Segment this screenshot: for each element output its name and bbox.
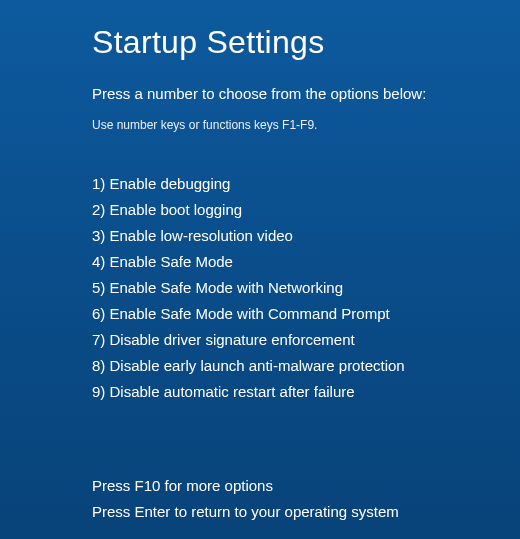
- option-enable-safe-mode-networking[interactable]: 5) Enable Safe Mode with Networking: [92, 276, 520, 300]
- option-label: Disable early launch anti-malware protec…: [110, 357, 405, 374]
- return-hint: Press Enter to return to your operating …: [92, 500, 520, 524]
- option-disable-automatic-restart[interactable]: 9) Disable automatic restart after failu…: [92, 380, 520, 404]
- option-number: 5): [92, 279, 105, 296]
- boot-options-list: 1) Enable debugging 2) Enable boot loggi…: [92, 172, 520, 404]
- option-label: Disable automatic restart after failure: [110, 383, 355, 400]
- option-disable-early-launch-anti-malware[interactable]: 8) Disable early launch anti-malware pro…: [92, 354, 520, 378]
- option-label: Enable debugging: [110, 175, 231, 192]
- option-label: Disable driver signature enforcement: [110, 331, 355, 348]
- option-disable-driver-signature-enforcement[interactable]: 7) Disable driver signature enforcement: [92, 328, 520, 352]
- option-number: 9): [92, 383, 105, 400]
- option-number: 4): [92, 253, 105, 270]
- option-label: Enable Safe Mode with Command Prompt: [110, 305, 390, 322]
- option-enable-boot-logging[interactable]: 2) Enable boot logging: [92, 198, 520, 222]
- option-enable-low-resolution-video[interactable]: 3) Enable low-resolution video: [92, 224, 520, 248]
- instruction-text: Press a number to choose from the option…: [92, 85, 520, 102]
- option-label: Enable Safe Mode with Networking: [110, 279, 343, 296]
- option-number: 6): [92, 305, 105, 322]
- option-enable-debugging[interactable]: 1) Enable debugging: [92, 172, 520, 196]
- keys-hint: Use number keys or functions keys F1-F9.: [92, 118, 520, 132]
- more-options-hint: Press F10 for more options: [92, 474, 520, 498]
- option-number: 1): [92, 175, 105, 192]
- option-enable-safe-mode[interactable]: 4) Enable Safe Mode: [92, 250, 520, 274]
- page-title: Startup Settings: [92, 24, 520, 61]
- option-label: Enable Safe Mode: [110, 253, 233, 270]
- option-number: 8): [92, 357, 105, 374]
- option-label: Enable boot logging: [110, 201, 243, 218]
- option-label: Enable low-resolution video: [110, 227, 293, 244]
- option-number: 2): [92, 201, 105, 218]
- option-number: 7): [92, 331, 105, 348]
- option-number: 3): [92, 227, 105, 244]
- option-enable-safe-mode-command-prompt[interactable]: 6) Enable Safe Mode with Command Prompt: [92, 302, 520, 326]
